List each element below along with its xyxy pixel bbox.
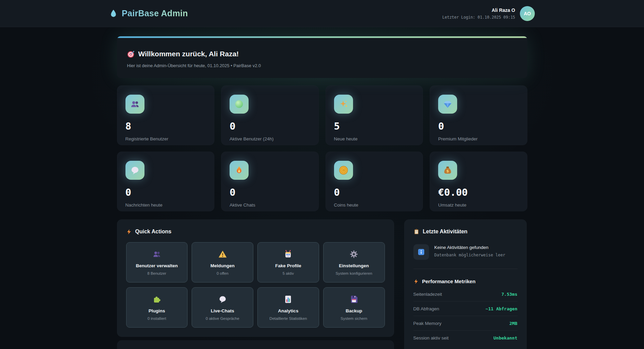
sparkles-icon bbox=[338, 99, 349, 109]
speech-balloon-icon bbox=[130, 165, 140, 175]
quick-action-live-chats[interactable]: Live-Chats 0 aktive Gespräche bbox=[192, 287, 253, 328]
quick-actions-title: Quick Actions bbox=[135, 229, 172, 235]
stat-card-active-users: 0 Aktive Benutzer (24h) bbox=[221, 85, 319, 145]
stat-value: €0.00 bbox=[438, 187, 519, 198]
stat-value: 0 bbox=[438, 120, 519, 132]
stat-card-registered-users: 8 Registrierte Benutzer bbox=[117, 85, 215, 145]
stat-value: 0 bbox=[125, 187, 206, 198]
metric-row-peak-memory: Peak Memory 2MB bbox=[413, 316, 518, 331]
quick-actions-panel: Quick Actions Benutzer verwalten 8 Benut… bbox=[117, 219, 394, 337]
gear-icon bbox=[349, 250, 358, 259]
floppy-disk-icon bbox=[349, 295, 358, 304]
bar-chart-icon bbox=[284, 295, 293, 304]
stat-label: Aktive Benutzer (24h) bbox=[230, 136, 310, 141]
users-icon bbox=[130, 99, 140, 109]
welcome-subtitle: Hier ist deine Admin-Übersicht für heute… bbox=[127, 63, 517, 68]
quick-action-backup[interactable]: Backup System sichern bbox=[323, 287, 385, 328]
app-title: PairBase Admin bbox=[122, 8, 188, 18]
lightning-bolt-icon bbox=[413, 279, 419, 284]
quick-action-fake-profiles[interactable]: Fake Profile 5 aktiv bbox=[257, 242, 319, 283]
user-name: Ali Raza O bbox=[442, 7, 515, 13]
stat-label: Neue heute bbox=[334, 136, 415, 141]
robot-icon bbox=[284, 250, 293, 259]
metric-row-session-active: Session aktiv seit Unbekannt bbox=[413, 331, 518, 345]
stat-value: 5 bbox=[334, 120, 415, 132]
info-icon bbox=[417, 248, 425, 256]
stat-card-messages-today: 0 Nachrichten heute bbox=[117, 152, 215, 211]
stat-card-coins-today: 0 Coins heute bbox=[326, 152, 423, 211]
lightning-bolt-icon bbox=[126, 229, 132, 235]
stats-grid: 8 Registrierte Benutzer 0 Aktive Benutze… bbox=[117, 85, 527, 211]
sidebar-panel: Letzte Aktivitäten Keine Aktivitäten gef… bbox=[404, 219, 527, 349]
user-box: Ali Raza O Letzter Login: 01.10.2025 09:… bbox=[442, 6, 535, 21]
coin-icon bbox=[338, 165, 349, 175]
stat-label: Premium Mitglieder bbox=[438, 136, 519, 141]
system-status-card: System Status bbox=[117, 340, 394, 349]
sidebar-divider bbox=[413, 269, 518, 269]
quick-action-settings[interactable]: Einstellungen System konfigurieren bbox=[323, 242, 385, 283]
metric-row-db-queries: DB Abfragen ~11 Abfragen bbox=[413, 302, 518, 316]
water-drop-icon bbox=[109, 8, 118, 19]
stat-value: 0 bbox=[230, 120, 310, 132]
stat-card-active-chats: 0 Aktive Chats bbox=[221, 152, 319, 211]
activity-empty-item: Keine Aktivitäten gefunden Datenbank mög… bbox=[413, 244, 518, 260]
quick-action-reports[interactable]: Meldungen 0 offen bbox=[192, 242, 253, 283]
quick-action-plugins[interactable]: Plugins 0 installiert bbox=[126, 287, 188, 328]
brand: PairBase Admin bbox=[109, 8, 188, 19]
quick-action-analytics[interactable]: Analytics Detaillierte Statistiken bbox=[257, 287, 319, 328]
stat-label: Nachrichten heute bbox=[125, 202, 206, 208]
stat-card-revenue-today: €0.00 Umsatz heute bbox=[430, 152, 527, 211]
stat-card-new-today: 5 Neue heute bbox=[326, 85, 423, 145]
users-icon bbox=[152, 250, 161, 259]
banner-gradient-bar bbox=[117, 36, 527, 38]
stat-value: 0 bbox=[334, 187, 415, 198]
last-login: Letzter Login: 01.10.2025 09:15 bbox=[442, 15, 515, 20]
quick-action-manage-users[interactable]: Benutzer verwalten 8 Benutzer bbox=[126, 242, 188, 283]
welcome-banner: Willkommen zurück, Ali Raza! Hier ist de… bbox=[117, 36, 527, 78]
puzzle-piece-icon bbox=[152, 295, 161, 304]
fire-icon bbox=[234, 165, 244, 175]
stat-card-premium-members: 0 Premium Mitglieder bbox=[430, 85, 527, 145]
stat-value: 0 bbox=[230, 187, 310, 198]
gem-icon bbox=[443, 99, 453, 109]
welcome-title: Willkommen zurück, Ali Raza! bbox=[138, 50, 239, 58]
activity-empty-subtitle: Datenbank möglicherweise leer bbox=[434, 253, 506, 257]
warning-icon bbox=[218, 250, 227, 259]
top-header: PairBase Admin Ali Raza O Letzter Login:… bbox=[0, 0, 644, 27]
target-icon bbox=[127, 50, 135, 58]
green-circle-icon bbox=[234, 99, 244, 109]
activity-empty-title: Keine Aktivitäten gefunden bbox=[434, 245, 506, 250]
stat-label: Aktive Chats bbox=[230, 202, 310, 208]
stat-label: Registrierte Benutzer bbox=[125, 136, 206, 141]
activities-title: Letzte Aktivitäten bbox=[423, 229, 468, 235]
stat-label: Coins heute bbox=[334, 202, 415, 208]
left-column: Quick Actions Benutzer verwalten 8 Benut… bbox=[117, 219, 394, 349]
metric-row-page-load: Seitenladezeit 7.53ms bbox=[413, 287, 518, 302]
stat-label: Umsatz heute bbox=[438, 202, 519, 208]
speech-balloon-icon bbox=[218, 295, 227, 304]
performance-title: Performance Metriken bbox=[422, 278, 476, 284]
stat-value: 8 bbox=[125, 120, 206, 132]
clipboard-icon bbox=[413, 229, 419, 235]
performance-metrics: Seitenladezeit 7.53ms DB Abfragen ~11 Ab… bbox=[413, 287, 518, 345]
avatar[interactable]: AO bbox=[520, 6, 535, 21]
money-bag-icon bbox=[443, 165, 453, 175]
